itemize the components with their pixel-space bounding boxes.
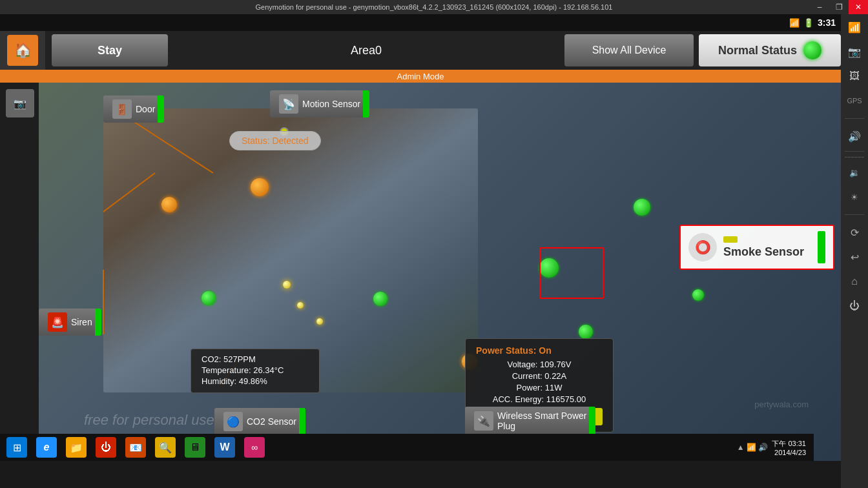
plug-icon: 🔌 — [474, 411, 493, 431]
files-icon: 📁 — [66, 437, 87, 458]
smoke-status-indicator — [723, 236, 738, 243]
close-button[interactable]: ✕ — [849, 0, 868, 14]
camera-device-icon[interactable]: 📷 — [6, 89, 34, 117]
display-icon: 🖥 — [185, 437, 205, 458]
green-dot-bedroom[interactable] — [539, 258, 559, 278]
wifi-icon[interactable]: 📶 — [845, 17, 864, 37]
floor-plan-bg — [39, 83, 841, 461]
taskbar-time: 下午 03:31 — [772, 439, 806, 449]
sensor-dot-1[interactable] — [251, 178, 269, 196]
camera-icon[interactable]: 📷 — [845, 42, 864, 61]
normal-status-button[interactable]: Normal Status — [699, 34, 841, 66]
search-button[interactable]: 🔍 — [151, 436, 180, 459]
taskbar-date: 2014/4/23 — [774, 449, 806, 456]
rotate-icon[interactable]: ⟳ — [845, 223, 864, 242]
photo-icon[interactable]: 🖼 — [845, 66, 864, 86]
minimize-button[interactable]: – — [810, 0, 829, 14]
light-dot-3 — [316, 318, 323, 325]
motion-sensor-icon: 📡 — [279, 94, 298, 114]
clock: 3:31 — [818, 17, 836, 28]
sensor-dot-2[interactable] — [161, 197, 177, 212]
smoke-sensor-icon: ⭕ — [688, 233, 717, 261]
outlook-button[interactable]: 📧 — [121, 436, 150, 459]
wireless-plug-label[interactable]: 🔌 Wireless Smart PowerPlug — [465, 407, 595, 435]
light-dot-2 — [297, 302, 304, 309]
other-icon: ∞ — [244, 437, 265, 458]
display-button[interactable]: 🖥 — [181, 436, 209, 459]
home-button[interactable]: 🏠 — [0, 31, 45, 70]
door-icon: 🚪 — [112, 99, 132, 119]
siren-status-bar — [95, 309, 101, 336]
smoke-sensor-panel[interactable]: ⭕ Smoke Sensor — [679, 225, 834, 270]
windows-start-icon: ⊞ — [6, 437, 27, 458]
green-dot-3[interactable] — [579, 325, 593, 339]
house-floor-plan: 🚪 Door 📡 Motion Sensor Status: Detected … — [39, 83, 841, 461]
co2-status-bar — [299, 408, 305, 435]
plug-status-bar — [589, 407, 595, 435]
left-sidebar: 📷 — [0, 83, 40, 461]
co2-value: CO2: 527PPM — [202, 354, 309, 364]
plug-text: Wireless Smart PowerPlug — [497, 411, 586, 431]
word-button[interactable]: W — [211, 436, 239, 459]
siren-label[interactable]: 🚨 Siren — [39, 309, 101, 336]
power-button[interactable]: ⏻ — [92, 436, 120, 459]
right-panel: 📶 📷 🖼 GPS 🔊 🔉 ☀ ⟳ ↩ ⌂ ⏻ — [841, 14, 868, 488]
power-row: Power: 11W — [476, 383, 603, 392]
system-tray: ▲ 📶 🔊 下午 03:31 2014/4/23 — [732, 439, 811, 456]
area-label: Area0 — [168, 44, 564, 57]
siren-icon: 🚨 — [48, 312, 67, 332]
tray-icons: ▲ 📶 🔊 — [737, 443, 769, 452]
home-nav-icon[interactable]: ⌂ — [845, 272, 864, 291]
status-detected-bubble: Status: Detected — [229, 131, 321, 150]
humidity-value: Humidity: 49.86% — [202, 376, 309, 386]
other-button[interactable]: ∞ — [240, 436, 269, 459]
admin-mode-bar: Admin Mode — [0, 70, 841, 83]
motion-sensor-text: Motion Sensor — [302, 99, 360, 109]
green-dot-2[interactable] — [692, 289, 704, 301]
co2-sensor-icon: 🔵 — [223, 412, 243, 431]
volume-up-icon[interactable]: 🔊 — [845, 127, 864, 146]
acc-energy-row: ACC. Energy: 116575.00 — [476, 394, 603, 404]
green-dot-small[interactable] — [373, 292, 388, 306]
title-bar: Genymotion for personal use - genymotion… — [0, 0, 868, 14]
current-row: Current: 0.22A — [476, 371, 603, 381]
gps-icon[interactable]: GPS — [845, 91, 864, 110]
door-status-bar — [158, 96, 164, 123]
home-icon: 🏠 — [7, 35, 38, 66]
motion-sensor-label[interactable]: 📡 Motion Sensor — [270, 90, 369, 117]
co2-sensor-label[interactable]: 🔵 CO2 Sensor — [214, 408, 305, 435]
restore-button[interactable]: ❐ — [829, 0, 849, 14]
power-status-title: Power Status: On — [476, 345, 603, 356]
power-icon[interactable]: ⏻ — [845, 296, 864, 316]
co2-data-panel: CO2: 527PPM Temperature: 26.34°C Humidit… — [191, 349, 320, 393]
outlook-icon: 📧 — [125, 437, 146, 458]
top-nav: 🏠 Stay Area0 Show All Device Normal Stat… — [0, 31, 841, 70]
co2-sensor-text: CO2 Sensor — [247, 416, 296, 427]
siren-text: Siren — [71, 317, 92, 327]
android-taskbar: ⊞ e 📁 ⏻ 📧 🔍 — [0, 434, 814, 461]
green-dot-1[interactable] — [634, 199, 650, 216]
app-container: 📶 🔋 3:31 🏠 Stay Area0 Show All Device No… — [0, 14, 841, 461]
door-label-text: Door — [136, 104, 155, 114]
website-watermark: pertywala.com — [754, 400, 809, 409]
smoke-green-bar — [818, 231, 825, 263]
start-button[interactable]: ⊞ — [3, 436, 31, 459]
back-icon[interactable]: ↩ — [845, 247, 864, 267]
files-button[interactable]: 📁 — [62, 436, 90, 459]
title-text: Genymotion for personal use - genymotion… — [256, 3, 613, 11]
wifi-status-icon: 📶 — [789, 18, 800, 28]
door-device-label[interactable]: 🚪 Door — [103, 96, 164, 123]
green-dot-4[interactable] — [202, 291, 216, 305]
brightness-icon[interactable]: ☀ — [845, 187, 864, 207]
ie-button[interactable]: e — [32, 436, 61, 459]
ie-icon: e — [36, 437, 57, 458]
temperature-value: Temperature: 26.34°C — [202, 365, 309, 375]
power-taskbar-icon: ⏻ — [96, 437, 116, 458]
stay-button[interactable]: Stay — [52, 34, 168, 66]
window-controls: – ❐ ✕ — [810, 0, 868, 14]
volume-down-icon[interactable]: 🔉 — [845, 163, 864, 182]
datetime-display: 下午 03:31 2014/4/23 — [772, 439, 806, 456]
show-all-button[interactable]: Show All Device — [564, 34, 694, 66]
search-taskbar-icon: 🔍 — [155, 437, 176, 458]
light-dot-1 — [283, 281, 291, 289]
